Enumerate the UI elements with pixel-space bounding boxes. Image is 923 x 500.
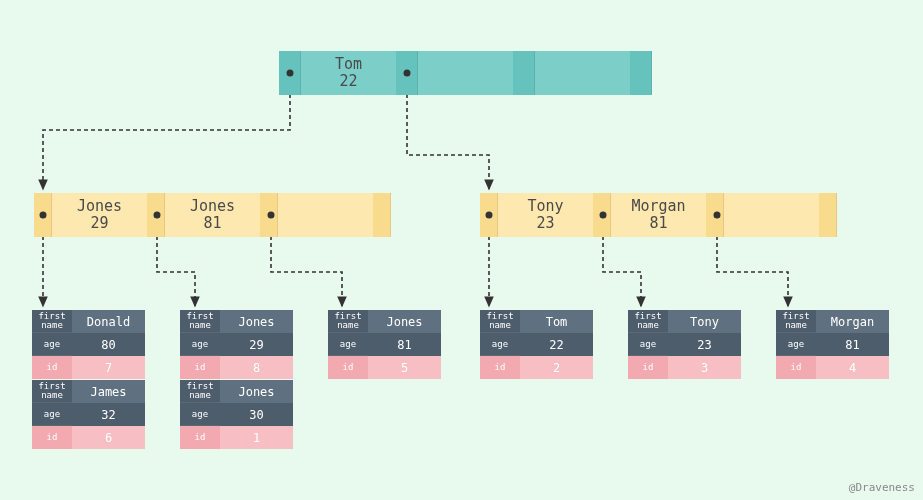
btree-internal-left: Jones 29 Jones 81 bbox=[34, 193, 391, 237]
first-name-label: firstname bbox=[32, 310, 72, 333]
age-label: age bbox=[628, 333, 668, 356]
age-value: 22 bbox=[520, 333, 593, 356]
id-label: id bbox=[180, 426, 220, 449]
right-key-2 bbox=[724, 193, 819, 237]
leaf-record-1-0: firstnameJones age29 id8 bbox=[180, 310, 293, 379]
key-value: 81 bbox=[203, 215, 221, 232]
age-label: age bbox=[180, 403, 220, 426]
root-key-2 bbox=[535, 51, 630, 95]
key-name: Morgan bbox=[631, 198, 685, 215]
left-key-2 bbox=[278, 193, 373, 237]
leaf-record-1-1: firstnameJones age30 id1 bbox=[180, 380, 293, 449]
key-value: 23 bbox=[536, 215, 554, 232]
id-label: id bbox=[180, 356, 220, 379]
right-key-0: Tony 23 bbox=[498, 193, 593, 237]
credit-label: @Draveness bbox=[849, 481, 915, 494]
first-name-label: firstname bbox=[628, 310, 668, 333]
btree-root-node: Tom 22 bbox=[279, 51, 652, 95]
first-name-value: Jones bbox=[220, 380, 293, 403]
id-value: 6 bbox=[72, 426, 145, 449]
age-label: age bbox=[32, 403, 72, 426]
root-key-0: Tom 22 bbox=[301, 51, 396, 95]
first-name-value: James bbox=[72, 380, 145, 403]
age-value: 81 bbox=[816, 333, 889, 356]
first-name-label: firstname bbox=[776, 310, 816, 333]
root-key-1 bbox=[418, 51, 513, 95]
age-value: 29 bbox=[220, 333, 293, 356]
key-name: Tom bbox=[335, 56, 362, 73]
id-value: 2 bbox=[520, 356, 593, 379]
leaf-record-3-0: firstnameTom age22 id2 bbox=[480, 310, 593, 379]
id-label: id bbox=[480, 356, 520, 379]
leaf-record-4-0: firstnameTony age23 id3 bbox=[628, 310, 741, 379]
id-value: 3 bbox=[668, 356, 741, 379]
first-name-value: Tom bbox=[520, 310, 593, 333]
id-label: id bbox=[32, 356, 72, 379]
id-value: 1 bbox=[220, 426, 293, 449]
id-label: id bbox=[776, 356, 816, 379]
first-name-value: Donald bbox=[72, 310, 145, 333]
key-name: Jones bbox=[77, 198, 122, 215]
left-key-1: Jones 81 bbox=[165, 193, 260, 237]
id-value: 5 bbox=[368, 356, 441, 379]
first-name-value: Jones bbox=[220, 310, 293, 333]
age-value: 81 bbox=[368, 333, 441, 356]
leaf-record-0-1: firstnameJames age32 id6 bbox=[32, 380, 145, 449]
leaf-record-0-0: firstnameDonald age80 id7 bbox=[32, 310, 145, 379]
age-label: age bbox=[776, 333, 816, 356]
first-name-value: Jones bbox=[368, 310, 441, 333]
age-value: 80 bbox=[72, 333, 145, 356]
age-value: 23 bbox=[668, 333, 741, 356]
id-label: id bbox=[328, 356, 368, 379]
first-name-label: firstname bbox=[328, 310, 368, 333]
key-value: 22 bbox=[339, 73, 357, 90]
leaf-record-5-0: firstnameMorgan age81 id4 bbox=[776, 310, 889, 379]
first-name-label: firstname bbox=[480, 310, 520, 333]
key-name: Jones bbox=[190, 198, 235, 215]
age-label: age bbox=[32, 333, 72, 356]
key-value: 81 bbox=[649, 215, 667, 232]
key-name: Tony bbox=[527, 198, 563, 215]
id-value: 8 bbox=[220, 356, 293, 379]
key-value: 29 bbox=[90, 215, 108, 232]
age-value: 30 bbox=[220, 403, 293, 426]
id-value: 4 bbox=[816, 356, 889, 379]
leaf-record-2-0: firstnameJones age81 id5 bbox=[328, 310, 441, 379]
first-name-label: firstname bbox=[180, 310, 220, 333]
first-name-label: firstname bbox=[32, 380, 72, 403]
first-name-value: Tony bbox=[668, 310, 741, 333]
age-label: age bbox=[180, 333, 220, 356]
first-name-label: firstname bbox=[180, 380, 220, 403]
id-label: id bbox=[32, 426, 72, 449]
id-label: id bbox=[628, 356, 668, 379]
age-label: age bbox=[480, 333, 520, 356]
age-value: 32 bbox=[72, 403, 145, 426]
btree-internal-right: Tony 23 Morgan 81 bbox=[480, 193, 837, 237]
left-key-0: Jones 29 bbox=[52, 193, 147, 237]
age-label: age bbox=[328, 333, 368, 356]
right-key-1: Morgan 81 bbox=[611, 193, 706, 237]
first-name-value: Morgan bbox=[816, 310, 889, 333]
id-value: 7 bbox=[72, 356, 145, 379]
